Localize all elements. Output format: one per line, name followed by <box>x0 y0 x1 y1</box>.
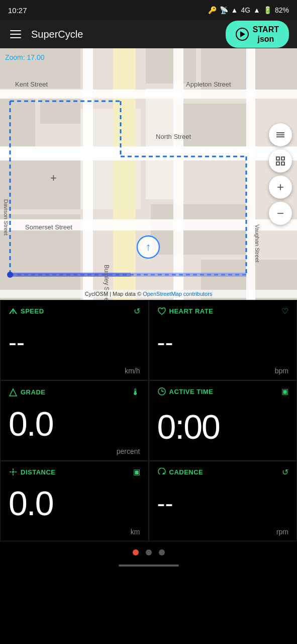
status-bar: 10:27 🔑 📡 ▲ 4G ▲ 🔋 82% <box>0 0 297 20</box>
svg-point-28 <box>7 272 13 278</box>
home-indicator <box>0 560 297 575</box>
metric-speed-unit: km/h <box>9 367 140 375</box>
metric-grade-unit: percent <box>9 447 140 455</box>
cadence-icon <box>157 468 166 477</box>
map-attribution: CyclOSM | Map data © OpenStreetMap contr… <box>0 290 297 298</box>
metric-hr-value: -- <box>157 331 289 355</box>
osm-link[interactable]: OpenStreetMap contributors <box>143 291 212 297</box>
metric-cadence: CADENCE ↺ -- rpm <box>149 461 298 541</box>
status-key-icon: 🔑 <box>208 6 217 14</box>
metric-dist-label: DISTANCE <box>9 467 55 476</box>
metric-speed-value: -- <box>9 331 140 355</box>
svg-rect-46 <box>281 162 284 165</box>
page-dot-3[interactable] <box>159 549 165 555</box>
metric-active-time: ACTIVE TIME ▣ 0:00 <box>149 380 298 461</box>
map-svg: Kent Street Appleton Street Somerset Str… <box>0 48 297 300</box>
start-button[interactable]: START json <box>226 21 289 48</box>
metric-hr-unit: bpm <box>157 367 289 375</box>
metric-speed: SPEED ↺ -- km/h <box>0 300 149 380</box>
metric-speed-header: SPEED ↺ <box>9 306 140 316</box>
svg-rect-19 <box>246 48 255 300</box>
svg-rect-44 <box>281 157 284 160</box>
metric-cad-header: CADENCE ↺ <box>157 467 289 477</box>
svg-text:Somerset Street: Somerset Street <box>25 223 72 231</box>
metric-time-header: ACTIVE TIME ▣ <box>157 387 289 396</box>
distance-icon <box>9 467 18 476</box>
map-fullscreen-button[interactable] <box>269 149 292 173</box>
svg-point-52 <box>12 471 14 473</box>
metric-cad-label: CADENCE <box>157 468 204 477</box>
svg-rect-45 <box>276 162 279 165</box>
map-controls: + − <box>269 123 292 225</box>
status-right: 🔑 📡 ▲ 4G ▲ 🔋 82% <box>208 6 289 14</box>
metric-distance: DISTANCE ▣ 0.0 km <box>0 461 149 541</box>
time-battery-icon: ▣ <box>281 387 288 396</box>
metric-grade-label: GRADE <box>9 388 45 397</box>
metric-heart-rate: HEART RATE ♡ -- bpm <box>149 300 298 380</box>
svg-text:Davison Street: Davison Street <box>3 199 9 235</box>
svg-rect-4 <box>0 159 80 209</box>
svg-text:North Street: North Street <box>156 133 191 140</box>
bottom-nav <box>0 541 297 560</box>
play-icon <box>236 28 249 41</box>
metric-cad-value: -- <box>157 492 289 516</box>
svg-marker-48 <box>10 389 17 396</box>
svg-rect-6 <box>146 48 196 84</box>
svg-rect-43 <box>276 157 279 160</box>
metric-dist-header: DISTANCE ▣ <box>9 467 140 476</box>
metrics-grid: SPEED ↺ -- km/h HEART RATE ♡ -- bpm GRAD… <box>0 300 297 541</box>
metric-grade: GRADE 🌡 0.0 percent <box>0 380 149 461</box>
grade-icon <box>9 388 18 397</box>
status-hotspot-icon: 📡 <box>220 6 228 14</box>
metric-hr-label: HEART RATE <box>157 307 214 316</box>
page-dot-1[interactable] <box>133 549 139 555</box>
map-zoom-in-button[interactable]: + <box>269 176 292 199</box>
map-layers-button[interactable] <box>269 123 292 146</box>
zoom-label: Zoom: 17.00 <box>5 53 45 61</box>
svg-text:Appleton Street: Appleton Street <box>186 80 231 88</box>
svg-text:↑: ↑ <box>146 240 151 253</box>
map-zoom-out-button[interactable]: − <box>269 202 292 225</box>
metric-grade-header: GRADE 🌡 <box>9 387 140 397</box>
svg-text:+: + <box>50 172 57 184</box>
status-battery: 82% <box>275 6 289 14</box>
status-time: 10:27 <box>8 6 27 15</box>
svg-rect-17 <box>83 48 93 300</box>
menu-button[interactable] <box>8 28 23 40</box>
svg-text:Vaughan Street: Vaughan Street <box>254 224 260 263</box>
svg-rect-12 <box>146 89 176 199</box>
metric-dist-unit: km <box>9 528 140 536</box>
cad-refresh-icon[interactable]: ↺ <box>282 467 288 477</box>
heart-icon <box>157 307 166 316</box>
status-network: 4G <box>241 6 250 14</box>
svg-rect-18 <box>173 48 183 300</box>
svg-rect-13 <box>113 48 136 300</box>
status-signal2-icon: ▲ <box>253 6 260 14</box>
clock-icon <box>157 387 166 396</box>
metric-time-label: ACTIVE TIME <box>157 387 214 396</box>
svg-rect-8 <box>176 104 246 149</box>
svg-rect-2 <box>0 94 35 154</box>
metric-grade-value: 0.0 <box>9 407 140 441</box>
status-signal-icon: ▲ <box>231 6 238 14</box>
speed-refresh-icon[interactable]: ↺ <box>134 306 140 316</box>
metric-cad-unit: rpm <box>157 528 289 536</box>
metric-hr-header: HEART RATE ♡ <box>157 306 289 316</box>
temp-icon: 🌡 <box>131 387 140 397</box>
start-button-text: START json <box>253 25 279 44</box>
svg-text:Kent Street: Kent Street <box>15 80 48 88</box>
play-triangle <box>240 31 245 37</box>
speed-icon <box>9 307 18 316</box>
hr-refresh-icon[interactable]: ♡ <box>281 306 288 316</box>
metric-speed-label: SPEED <box>9 307 44 316</box>
app-bar: SuperCycle START json <box>0 20 297 48</box>
map-container[interactable]: Zoom: 17.00 <box>0 48 297 300</box>
dist-battery-icon: ▣ <box>133 467 140 476</box>
metric-dist-value: 0.0 <box>9 486 140 520</box>
status-battery-icon: 🔋 <box>263 6 272 14</box>
app-title: SuperCycle <box>31 29 218 40</box>
page-dot-2[interactable] <box>146 549 152 555</box>
metric-time-value: 0:00 <box>157 410 289 444</box>
home-bar <box>119 565 179 567</box>
